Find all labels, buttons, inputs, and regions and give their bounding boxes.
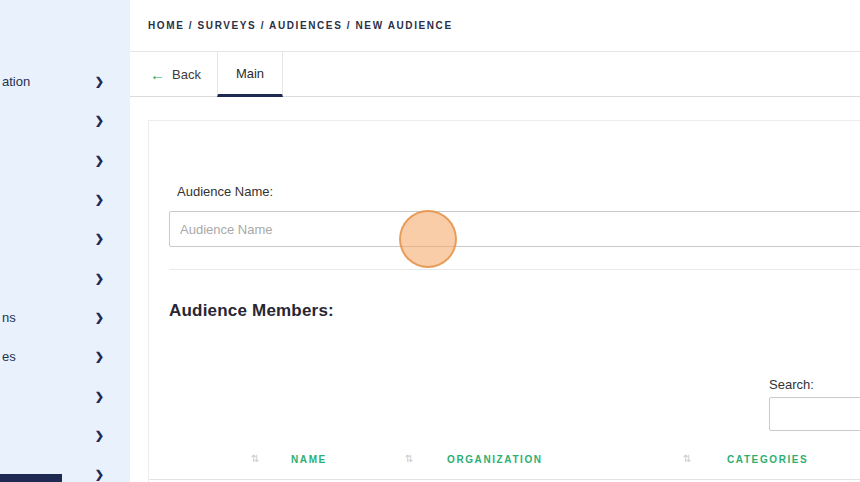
tab-main[interactable]: Main — [217, 52, 283, 97]
chevron-right-icon: ❯ — [95, 193, 104, 206]
topbar: HOME / SURVEYS / AUDIENCES / NEW AUDIENC… — [130, 0, 860, 52]
sidebar-item[interactable]: ❯ — [0, 376, 130, 415]
search-input[interactable] — [769, 397, 860, 431]
sidebar-item[interactable]: ❯ — [0, 416, 130, 455]
sort-icon[interactable]: ⇅ — [405, 453, 413, 464]
chevron-right-icon: ❯ — [95, 350, 104, 363]
tab-main-label: Main — [236, 66, 264, 81]
new-audience-card: Audience Name: Audience Members: Search:… — [148, 120, 860, 482]
search-label: Search: — [769, 377, 814, 392]
sidebar-footer-bar — [0, 474, 62, 482]
chevron-right-icon: ❯ — [95, 390, 104, 403]
sidebar-item[interactable]: ns ❯ — [0, 298, 130, 337]
sidebar-item-label: ns — [2, 310, 16, 325]
column-header-organization[interactable]: ORGANIZATION — [447, 454, 543, 465]
chevron-right-icon: ❯ — [95, 311, 104, 324]
breadcrumb[interactable]: HOME / SURVEYS / AUDIENCES / NEW AUDIENC… — [148, 20, 453, 31]
sidebar-item-label: es — [2, 349, 16, 364]
back-button-label: Back — [172, 67, 201, 82]
back-arrow-icon: ← — [150, 66, 165, 83]
chevron-right-icon: ❯ — [95, 272, 104, 285]
sidebar-item[interactable]: es ❯ — [0, 337, 130, 376]
audience-name-label: Audience Name: — [177, 184, 273, 199]
chevron-right-icon: ❯ — [95, 75, 104, 88]
chevron-right-icon: ❯ — [95, 232, 104, 245]
sidebar-menu: ation ❯ ❯ ❯ ❯ ❯ ❯ ns ❯ es ❯ — [0, 62, 130, 482]
tab-bar: ← Back Main — [130, 52, 860, 97]
audience-name-input[interactable] — [169, 211, 860, 247]
sidebar-item[interactable]: ❯ — [0, 219, 130, 258]
sort-icon[interactable]: ⇅ — [683, 453, 691, 464]
sidebar-item[interactable]: ❯ — [0, 141, 130, 180]
content-area: Audience Name: Audience Members: Search:… — [130, 97, 860, 482]
audience-members-heading: Audience Members: — [169, 301, 334, 321]
sidebar-item[interactable]: ❯ — [0, 180, 130, 219]
chevron-right-icon: ❯ — [95, 114, 104, 127]
sidebar-item[interactable]: ation ❯ — [0, 62, 130, 101]
column-header-name[interactable]: NAME — [291, 454, 327, 465]
column-header-categories[interactable]: CATEGORIES — [727, 454, 808, 465]
sidebar: ation ❯ ❯ ❯ ❯ ❯ ❯ ns ❯ es ❯ — [0, 0, 130, 482]
sidebar-item[interactable]: ❯ — [0, 101, 130, 140]
back-button[interactable]: ← Back — [148, 52, 215, 96]
section-divider — [169, 269, 860, 270]
members-table-header: ⇅ NAME ⇅ ORGANIZATION ⇅ CATEGORIES — [149, 443, 860, 480]
sort-icon[interactable]: ⇅ — [251, 453, 259, 464]
chevron-right-icon: ❯ — [95, 429, 104, 442]
chevron-right-icon: ❯ — [95, 468, 104, 481]
sidebar-item-label: ation — [2, 74, 30, 89]
chevron-right-icon: ❯ — [95, 154, 104, 167]
sidebar-item[interactable]: ❯ — [0, 258, 130, 297]
